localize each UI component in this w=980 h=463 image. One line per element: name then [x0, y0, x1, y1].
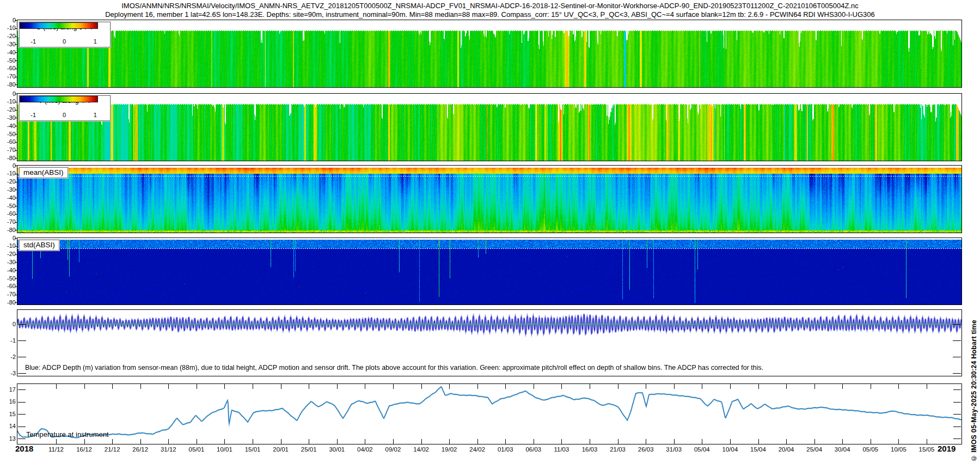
y-tick-label: -1 — [0, 337, 16, 344]
y-tick-mark — [15, 270, 17, 271]
y-tick-label: -70 — [0, 147, 16, 154]
y-tick-label: 0 — [0, 321, 16, 328]
y-tick-mark — [15, 44, 17, 45]
x-tick-mark — [365, 439, 365, 444]
x-tick-label: 30/04 — [828, 446, 856, 453]
x-tick-mark — [646, 384, 646, 389]
colorbar-tick-label: 0 — [63, 38, 66, 45]
x-tick-mark — [84, 384, 85, 389]
x-tick-mark — [674, 439, 675, 444]
y-tick-mark — [15, 166, 17, 166]
temperature-panel — [17, 383, 962, 444]
x-tick-mark — [758, 439, 759, 444]
x-tick-mark — [281, 384, 281, 389]
colorbar-tick-label: 1 — [94, 38, 97, 45]
x-tick-mark — [421, 439, 422, 444]
x-tick-label: 31/12 — [154, 446, 182, 453]
y-tick-label: -30 — [0, 114, 16, 121]
y-tick-mark — [15, 84, 17, 85]
x-tick-label: 06/03 — [519, 446, 548, 453]
y-tick-label: 14 — [0, 423, 16, 430]
y-tick-label: -70 — [0, 291, 16, 298]
x-tick-mark — [702, 439, 702, 444]
y-tick-mark — [18, 414, 26, 415]
y-tick-mark — [953, 414, 961, 415]
x-tick-mark — [702, 384, 702, 389]
y-tick-label: -20 — [0, 178, 16, 185]
x-tick-mark — [618, 384, 618, 389]
y-tick-mark — [15, 69, 17, 69]
y-tick-label: -80 — [0, 155, 16, 162]
x-tick-mark — [561, 384, 562, 389]
y-tick-label: -80 — [0, 81, 16, 88]
x-tick-mark — [449, 384, 450, 389]
x-tick-mark — [477, 439, 478, 444]
x-tick-mark — [534, 439, 534, 444]
u-colorbar-gradient — [20, 22, 98, 29]
x-tick-mark — [197, 384, 197, 389]
x-tick-mark — [505, 384, 506, 389]
x-tick-mark — [814, 439, 815, 444]
y-tick-label: -20 — [0, 106, 16, 113]
y-tick-mark — [15, 142, 17, 143]
x-tick-mark — [674, 384, 675, 389]
temperature-label: Temperature at instrument — [26, 430, 109, 438]
x-tick-mark — [786, 384, 787, 389]
y-tick-label: 0 — [0, 90, 16, 98]
x-tick-mark — [112, 439, 113, 444]
x-tick-label: 09/02 — [379, 446, 407, 453]
y-tick-label: -80 — [0, 299, 16, 306]
y-tick-label: -50 — [0, 275, 16, 282]
colorbar-tick-label: -1 — [30, 38, 36, 45]
y-tick-mark — [15, 190, 17, 190]
x-tick-mark — [253, 439, 253, 444]
x-tick-mark — [309, 439, 309, 444]
y-tick-label: -50 — [0, 57, 16, 64]
x-tick-mark — [393, 439, 394, 444]
x-tick-label: 20/04 — [772, 446, 800, 453]
x-tick-label: 31/03 — [660, 446, 688, 453]
y-tick-mark — [15, 206, 17, 206]
y-tick-label: -10 — [0, 25, 16, 32]
x-tick-mark — [393, 384, 394, 389]
std-absi-label: std(ABSI) — [19, 240, 59, 251]
x-tick-label: 05/01 — [182, 446, 211, 453]
x-tick-mark — [730, 439, 731, 444]
y-tick-mark — [15, 94, 17, 94]
v-velocity-panel: V (m/s) along 4°T -101 — [17, 93, 962, 161]
y-tick-label: -50 — [0, 131, 16, 138]
x-tick-label: 26/03 — [632, 446, 660, 453]
x-tick-label: 20/01 — [267, 446, 295, 453]
x-tick-mark — [112, 384, 113, 389]
x-tick-mark — [224, 384, 225, 389]
y-tick-mark — [15, 262, 17, 263]
x-axis-start-year: 2018 — [15, 444, 33, 453]
y-tick-label: 13 — [0, 435, 16, 442]
u-colorbar-legend: U (m/s) along 94°T -101 — [19, 22, 111, 47]
y-tick-mark — [15, 102, 17, 102]
y-tick-label: -10 — [0, 242, 16, 249]
mean-absi-panel: mean(ABSI) — [17, 165, 962, 233]
x-tick-label: 21/12 — [98, 446, 126, 453]
y-tick-mark — [15, 20, 17, 21]
x-tick-mark — [168, 384, 169, 389]
x-tick-mark — [814, 384, 815, 389]
colorbar-tick-label: -1 — [30, 112, 36, 118]
x-tick-mark — [786, 439, 787, 444]
x-tick-label: 24/02 — [463, 446, 492, 453]
x-tick-mark — [309, 384, 309, 389]
x-tick-mark — [590, 439, 590, 444]
v-colorbar-legend: V (m/s) along 4°T -101 — [19, 95, 111, 121]
y-tick-label: -70 — [0, 73, 16, 80]
y-tick-mark — [15, 254, 17, 255]
y-tick-mark — [15, 174, 17, 174]
x-tick-mark — [477, 384, 478, 389]
x-tick-label: 19/02 — [435, 446, 463, 453]
x-tick-label: 21/03 — [604, 446, 632, 453]
y-tick-mark — [15, 118, 17, 118]
y-tick-mark — [15, 222, 17, 223]
y-tick-mark — [15, 287, 17, 287]
x-tick-label: 25/04 — [800, 446, 829, 453]
x-tick-mark — [168, 439, 169, 444]
y-tick-label: -20 — [0, 33, 16, 40]
